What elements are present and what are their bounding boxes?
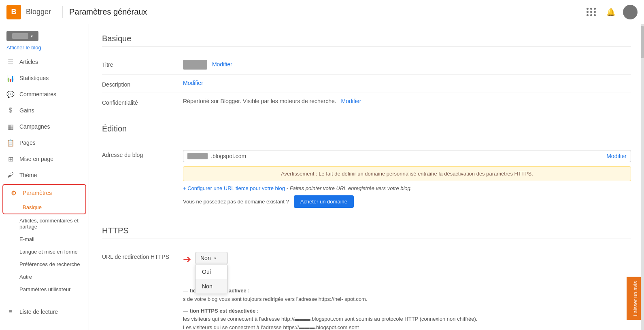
description-label: Description	[102, 80, 183, 88]
blog-address-modifier-link[interactable]: Modifier	[606, 153, 627, 159]
dropdown-item-oui[interactable]: Oui	[196, 264, 227, 279]
https-title: HTTPS	[102, 226, 631, 239]
https-deactivated-text-1: les visiteurs qui se connectent à l'adre…	[183, 316, 477, 322]
sidebar-item-pages[interactable]: 📋 Pages	[0, 135, 89, 151]
sidebar-sub-autre[interactable]: Autre	[0, 271, 89, 283]
config-url-desc: - Faites pointer votre URL enregistrée v…	[287, 185, 412, 191]
https-select-wrapper: Non ▾ Oui Non	[195, 252, 228, 264]
sidebar-item-liste-lecture[interactable]: ≡ Liste de lecture	[0, 304, 89, 320]
description-modifier-link[interactable]: Modifier	[183, 80, 203, 86]
statistiques-icon: 📊	[6, 74, 15, 82]
sidebar-sub-preferences[interactable]: Préférences de recherche	[0, 258, 89, 271]
sidebar-sub-email[interactable]: E-mail	[0, 233, 89, 245]
sidebar-item-label: Thème	[19, 172, 37, 178]
scrollbar-track	[641, 24, 644, 330]
config-url-link[interactable]: + Configurer une URL tierce pour votre b…	[183, 185, 285, 191]
titre-modifier-link[interactable]: Modifier	[212, 61, 232, 68]
mise-en-page-icon: ⊞	[6, 155, 15, 163]
afficher-blog-link[interactable]: Afficher le blog	[0, 43, 89, 54]
confidentialite-text: Répertorié sur Blogger. Visible par les …	[183, 98, 336, 104]
https-select-button[interactable]: Non ▾	[195, 252, 228, 264]
titre-label: Titre	[102, 60, 183, 68]
grid-menu-button[interactable]	[584, 5, 599, 19]
dropdown-item-non[interactable]: Non	[196, 279, 227, 294]
header: B Blogger Paramètres généraux 🔔	[0, 0, 644, 24]
domain-question: Vous ne possédez pas de domaine existant…	[183, 199, 289, 205]
pages-icon: 📋	[6, 139, 15, 147]
sidebar-item-commentaires[interactable]: 💬 Commentaires	[0, 86, 89, 102]
confidentialite-label: Confidentialité	[102, 98, 183, 106]
edition-section: Édition Adresse du blog .blogspot.com Mo…	[102, 124, 631, 213]
sidebar: ▾ Afficher le blog ☰ Articles 📊 Statisti…	[0, 24, 89, 330]
sidebar-item-label: Paramètres	[23, 190, 52, 196]
sidebar-item-label: Commentaires	[19, 91, 56, 97]
titre-placeholder	[183, 60, 207, 70]
sidebar-item-parametres[interactable]: ⚙ Paramètres	[3, 185, 85, 201]
sidebar-item-articles[interactable]: ☰ Articles	[0, 54, 89, 70]
arrow-row: ➔ Non ▾ Oui Non	[183, 252, 631, 267]
blog-select-button[interactable]: ▾	[6, 31, 38, 41]
domain-row: Vous ne possédez pas de domaine existant…	[183, 195, 631, 208]
gains-icon: $	[6, 106, 15, 114]
sidebar-item-statistiques[interactable]: 📊 Statistiques	[0, 70, 89, 86]
sidebar-item-mise-en-page[interactable]: ⊞ Mise en page	[0, 151, 89, 167]
liste-lecture-icon: ≡	[6, 308, 15, 316]
header-icons: 🔔	[584, 5, 638, 19]
sidebar-item-gains[interactable]: $ Gains	[0, 102, 89, 118]
sidebar-sub-basique[interactable]: Basique	[3, 201, 85, 214]
https-redirect-label: URL de redirection HTTPS	[102, 252, 183, 260]
sidebar-item-label: Pages	[19, 140, 36, 146]
theme-icon: 🖌	[6, 171, 15, 179]
select-with-arrow: ➔ Non ▾ Oui Non	[183, 252, 228, 265]
description-row: Description Modifier	[102, 75, 631, 93]
warning-box: Avertissement : Le fait de définir un do…	[183, 166, 631, 181]
sidebar-sub-params-utilisateur[interactable]: Paramètres utilisateur	[0, 283, 89, 296]
articles-icon: ☰	[6, 58, 15, 66]
blogger-logo: B	[6, 5, 21, 19]
https-desc-activated: — tion HTTPS est activée : s de votre bl…	[183, 287, 631, 304]
sidebar-item-label: Campagnes	[19, 123, 50, 130]
https-dropdown-menu: Oui Non	[195, 264, 227, 294]
sidebar-item-label: Mise en page	[19, 156, 53, 162]
blog-address-row: .blogspot.com Modifier	[183, 150, 631, 162]
sidebar-sub-langue[interactable]: Langue et mise en forme	[0, 245, 89, 258]
confidentialite-modifier-link[interactable]: Modifier	[341, 98, 361, 104]
avatar[interactable]	[623, 5, 638, 19]
campagnes-icon: ▦	[6, 123, 15, 131]
https-deactivated-title: — tion HTTPS est désactivée :	[183, 308, 259, 314]
adresse-label: Adresse du blog	[102, 150, 183, 158]
https-select-value: Non	[200, 255, 211, 261]
sidebar-item-label: Liste de lecture	[19, 309, 58, 315]
page-title: Paramètres généraux	[69, 7, 147, 17]
basique-section: Basique Titre Modifier Description Modif…	[102, 34, 631, 111]
parametres-icon: ⚙	[10, 189, 18, 197]
blog-address-domain: .blogspot.com	[211, 153, 606, 159]
sidebar-item-label: Articles	[19, 59, 38, 65]
sidebar-item-theme[interactable]: 🖌 Thème	[0, 167, 89, 183]
chevron-down-icon: ▾	[214, 256, 216, 260]
titre-row: Titre Modifier	[102, 55, 631, 75]
description-value: Modifier	[183, 80, 631, 86]
red-arrow: ➔	[183, 254, 191, 265]
grid-icon	[586, 7, 597, 17]
header-divider	[62, 6, 63, 18]
params-highlight: ⚙ Paramètres Basique	[2, 184, 86, 214]
buy-domain-button[interactable]: Acheter un domaine	[294, 195, 354, 208]
basique-title: Basique	[102, 34, 631, 47]
config-url-row: + Configurer une URL tierce pour votre b…	[183, 185, 631, 191]
notifications-button[interactable]: 🔔	[604, 5, 618, 19]
header-app-name: Blogger	[26, 8, 51, 16]
adresse-row: Adresse du blog .blogspot.com Modifier A…	[102, 145, 631, 213]
commentaires-icon: 💬	[6, 90, 15, 98]
sidebar-item-campagnes[interactable]: ▦ Campagnes	[0, 118, 89, 135]
sidebar-item-label: Gains	[19, 107, 34, 114]
edition-title: Édition	[102, 124, 631, 137]
https-desc-deactivated: — tion HTTPS est désactivée : les visite…	[183, 307, 631, 330]
sidebar-sub-articles-commentaires[interactable]: Articles, commentaires et partage	[0, 214, 89, 233]
https-activated-text: s de votre blog vous sont toujours redir…	[183, 296, 368, 302]
scrollbar-thumb[interactable]	[641, 26, 644, 58]
main-content: Basique Titre Modifier Description Modif…	[89, 24, 644, 330]
blog-btn-row: ▾	[0, 28, 89, 43]
layout: ▾ Afficher le blog ☰ Articles 📊 Statisti…	[0, 24, 644, 330]
titre-value: Modifier	[183, 60, 631, 70]
